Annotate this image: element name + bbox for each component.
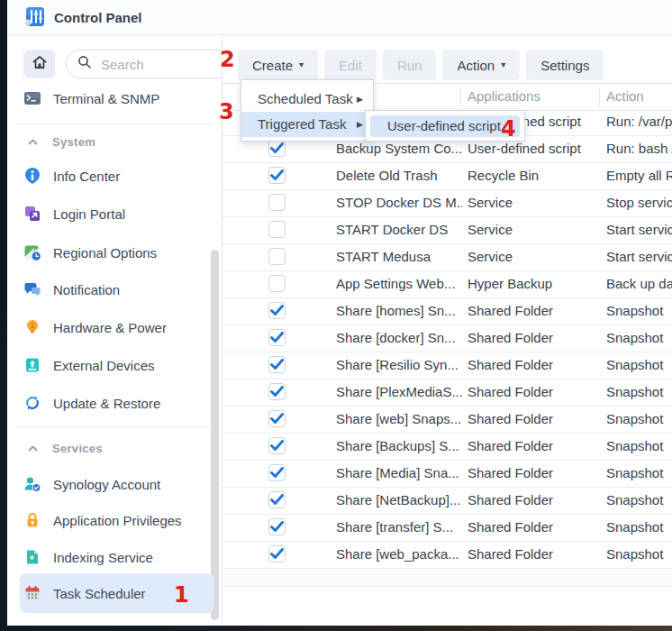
row-checkbox[interactable]: [268, 167, 286, 184]
row-checkbox[interactable]: [268, 275, 286, 292]
sidebar-item-terminal-and-snmp[interactable]: Terminal & SNMP: [23, 80, 209, 116]
table-row[interactable]: Share [Media] Sna...Shared FolderSnapsho…: [222, 461, 672, 488]
cell-application: Shared Folder: [468, 380, 595, 405]
menu-item-triggered-task[interactable]: Triggered Task ▶: [241, 112, 373, 137]
sidebar-item-synology-account[interactable]: Synology Account: [23, 466, 209, 502]
table-row[interactable]: Share [Resilio Syn...Shared FolderSnapsh…: [222, 352, 672, 380]
annotation-step-3: 3: [219, 101, 234, 123]
sidebar-item-label: Indexing Service: [53, 550, 153, 565]
search-input[interactable]: [99, 56, 193, 73]
submenu-arrow-icon: ▶: [357, 112, 363, 137]
sidebar-item-application-privileges[interactable]: Application Privileges: [23, 502, 209, 538]
table-row[interactable]: Share [Backups] S...Shared FolderSnapsho…: [222, 434, 672, 461]
cell-task-name: Share [Resilio Syn...: [336, 352, 462, 378]
cell-application: Shared Folder: [468, 325, 595, 351]
title-bar: Control Panel: [7, 0, 672, 35]
table-row[interactable]: Delete Old TrashRecycle BinEmpty all R: [222, 163, 672, 190]
cell-task-name: Delete Old Trash: [336, 163, 462, 188]
cell-application: Service: [468, 244, 595, 270]
table-row[interactable]: Share [docker] Sn...Shared FolderSnapsho…: [222, 325, 672, 352]
sidebar-section-system[interactable]: System: [27, 123, 209, 160]
control-panel-window: Control Panel: [7, 0, 672, 626]
settings-button[interactable]: Settings: [526, 50, 604, 80]
sidebar-item-hardware-and-power[interactable]: 1Hardware & Power: [23, 309, 209, 345]
cell-task-name: Share [Backups] S...: [336, 434, 462, 459]
sidebar-item-label: Synology Account: [53, 477, 160, 492]
home-button[interactable]: [23, 50, 55, 78]
column-header-applications[interactable]: Applications: [468, 84, 540, 109]
annotation-step-2: 2: [220, 49, 235, 70]
table-row[interactable]: Share [NetBackup]...Shared FolderSnapsho…: [222, 488, 672, 515]
sidebar-item-login-portal[interactable]: Login Portal: [23, 196, 209, 232]
cell-action: Stop servic: [606, 190, 672, 215]
sidebar-item-external-devices[interactable]: External Devices: [23, 347, 209, 383]
edit-button[interactable]: Edit: [324, 50, 377, 80]
menu-item-user-defined-script[interactable]: User-defined script: [370, 115, 520, 137]
row-checkbox[interactable]: [268, 329, 286, 346]
row-checkbox[interactable]: [268, 518, 286, 535]
cell-application: Shared Folder: [468, 515, 595, 540]
sidebar-item-info-center[interactable]: Info Center: [23, 158, 209, 194]
column-header-action[interactable]: Action: [606, 84, 644, 109]
sidebar-scrollbar[interactable]: [211, 250, 219, 620]
cell-application: Shared Folder: [468, 352, 595, 378]
sidebar: Terminal & SNMPSystemInfo CenterLogin Po…: [7, 35, 222, 626]
cell-application: Service: [468, 190, 595, 215]
table-row[interactable]: App Settings Web...Hyper BackupBack up d…: [222, 271, 672, 298]
create-button[interactable]: Create ▾: [238, 50, 318, 80]
sidebar-item-label: Login Portal: [53, 206, 125, 222]
hardware-power-icon: 1: [23, 318, 41, 336]
cell-action: Snapshot: [606, 298, 672, 324]
cell-task-name: Share [PlexMediaS...: [336, 380, 462, 405]
cell-task-name: Share [NetBackup]...: [336, 488, 462, 513]
window-title: Control Panel: [54, 10, 142, 25]
table-row[interactable]: START Docker DSServiceStart servic: [222, 217, 672, 244]
synology-account-icon: [23, 475, 41, 493]
sidebar-item-indexing-service[interactable]: Indexing Service: [23, 539, 209, 575]
sidebar-item-label: Update & Restore: [53, 396, 160, 411]
action-button[interactable]: Action ▾: [442, 50, 520, 80]
table-row[interactable]: START MedusaServiceStart servic: [222, 244, 672, 271]
row-checkbox[interactable]: [268, 248, 286, 265]
row-checkbox[interactable]: [268, 302, 286, 319]
row-checkbox[interactable]: [268, 221, 286, 238]
search-box[interactable]: [66, 50, 222, 78]
menu-item-scheduled-task[interactable]: Scheduled Task ▶: [241, 87, 373, 112]
table-row[interactable]: STOP Docker DS M...ServiceStop servic: [222, 190, 672, 217]
sidebar-item-update-and-restore[interactable]: Update & Restore: [23, 385, 209, 421]
row-checkbox[interactable]: [268, 383, 286, 400]
chevron-up-icon: [27, 442, 40, 454]
row-checkbox[interactable]: [268, 410, 286, 427]
run-button[interactable]: Run: [383, 50, 437, 80]
cell-task-name: Share [homes] Sn...: [336, 298, 462, 324]
sidebar-item-label: Application Privileges: [53, 513, 182, 528]
cell-action: Snapshot: [606, 515, 672, 540]
sidebar-item-notification[interactable]: Notification: [23, 271, 209, 307]
application-privileges-icon: [23, 511, 41, 529]
login-portal-icon: [23, 205, 41, 223]
section-label: System: [52, 135, 95, 149]
update-restore-icon: [23, 394, 41, 412]
annotation-step-4: 4: [501, 118, 516, 140]
row-checkbox[interactable]: [268, 140, 286, 157]
row-checkbox[interactable]: [268, 437, 286, 454]
row-checkbox[interactable]: [268, 464, 286, 481]
sidebar-item-regional-options[interactable]: Regional Options: [23, 234, 209, 270]
sidebar-item-label: Info Center: [53, 169, 120, 184]
sidebar-item-label: Hardware & Power: [53, 320, 167, 335]
row-checkbox[interactable]: [268, 194, 286, 211]
table-row[interactable]: Share [web] Snaps...Shared FolderSnapsho…: [222, 407, 672, 434]
sidebar-item-label: Task Scheduler: [53, 586, 146, 601]
row-checkbox[interactable]: [268, 491, 286, 508]
table-row[interactable]: Share [homes] Sn...Shared FolderSnapshot: [222, 298, 672, 325]
cell-action: Snapshot: [606, 488, 672, 513]
row-checkbox[interactable]: [268, 356, 286, 373]
cell-application: Recycle Bin: [468, 163, 595, 188]
regional-options-icon: [23, 243, 41, 261]
sidebar-section-services[interactable]: Services: [27, 430, 209, 466]
section-label: Services: [52, 442, 103, 455]
search-icon: [77, 55, 92, 73]
table-row[interactable]: Share [PlexMediaS...Shared FolderSnapsho…: [222, 380, 672, 407]
table-row[interactable]: Share [transfer] S...Shared FolderSnapsh…: [222, 515, 672, 542]
cell-action: Snapshot: [606, 380, 672, 405]
